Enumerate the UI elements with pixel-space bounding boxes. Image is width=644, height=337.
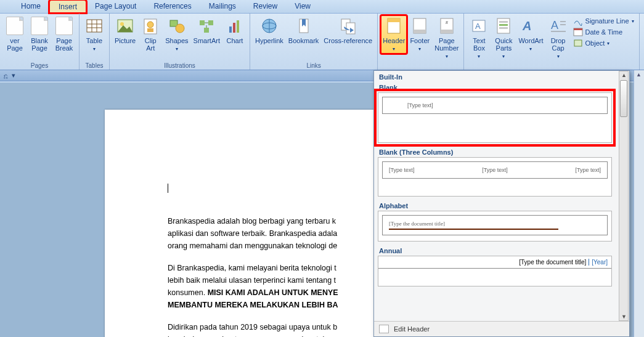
gallery-section-builtin: Built-In: [378, 71, 627, 82]
tab-home[interactable]: Home: [12, 0, 49, 13]
svg-rect-37: [499, 24, 508, 26]
edit-header-icon: [379, 325, 389, 333]
group-tables: Table Tables: [79, 14, 110, 70]
footer-button[interactable]: Footer: [407, 15, 432, 54]
svg-text:#: #: [446, 20, 448, 25]
clip-art-button[interactable]: Clip Art: [138, 15, 163, 53]
text-box-button[interactable]: AText Box: [467, 15, 491, 62]
tab-references[interactable]: References: [145, 0, 200, 13]
header-button[interactable]: Header: [380, 15, 407, 54]
svg-rect-46: [574, 40, 582, 46]
svg-rect-18: [233, 23, 235, 33]
svg-rect-38: [499, 27, 508, 29]
svg-text:A: A: [475, 22, 481, 31]
cross-reference-button[interactable]: Cross-reference: [321, 15, 375, 46]
svg-point-8: [147, 22, 153, 28]
svg-text:A: A: [522, 19, 531, 33]
text-cursor: [168, 184, 168, 193]
bookmark-button[interactable]: Bookmark: [286, 15, 322, 46]
svg-rect-9: [147, 28, 153, 32]
blank-page-button[interactable]: Blank Page: [27, 15, 52, 53]
cover-page-button[interactable]: ver Page: [2, 15, 27, 53]
main-scrollbar[interactable]: ▲: [634, 70, 644, 337]
group-hf-label: [380, 68, 461, 69]
object-button[interactable]: Object ▾: [573, 38, 634, 48]
group-text-label: [467, 68, 636, 69]
drop-cap-button[interactable]: ADrop Cap: [546, 15, 571, 62]
tab-mailings[interactable]: Mailings: [200, 0, 245, 13]
page-break-button[interactable]: Page Break: [52, 15, 76, 53]
tab-view[interactable]: View: [286, 0, 319, 13]
svg-rect-12: [200, 20, 205, 25]
svg-rect-45: [574, 28, 582, 30]
svg-rect-17: [229, 26, 232, 33]
gallery-item-alphabet-title: Alphabet: [378, 200, 627, 211]
svg-rect-14: [204, 28, 209, 33]
ribbon-tabs: Home Insert Page Layout References Maili…: [0, 0, 644, 14]
svg-rect-32: [441, 30, 453, 33]
group-text: AText Box Quick Parts AWordArt ADrop Cap…: [463, 14, 639, 70]
gallery-item-annual-title: Annual: [378, 245, 627, 256]
tab-insert[interactable]: Insert: [49, 0, 86, 13]
gallery-item-alphabet[interactable]: [Type the document title]: [378, 211, 612, 242]
svg-rect-0: [87, 20, 102, 32]
quick-parts-button[interactable]: Quick Parts: [491, 15, 516, 62]
shapes-button[interactable]: Shapes: [163, 15, 190, 54]
gallery-scrollbar[interactable]: ▲ ▼: [619, 71, 629, 321]
group-illustrations: Picture Clip Art Shapes SmartArt Chart I…: [110, 14, 250, 70]
svg-rect-13: [208, 20, 213, 25]
tab-page-layout[interactable]: Page Layout: [86, 0, 145, 13]
page-number-button[interactable]: #Page Number: [432, 15, 461, 62]
tab-review[interactable]: Review: [245, 0, 286, 13]
gallery-item-blank[interactable]: [Type text]: [378, 92, 612, 143]
group-header-footer: Header Footer #Page Number: [378, 14, 463, 70]
group-illustrations-label: Illustrations: [112, 61, 247, 69]
group-links: Hyperlink Bookmark Cross-reference Links: [250, 14, 378, 70]
date-time-button[interactable]: Date & Time: [573, 27, 634, 37]
group-pages: ver Page Blank Page Page Break Pages: [0, 14, 79, 70]
text-small-buttons: Signature Line ▾ Date & Time Object ▾: [571, 15, 637, 49]
svg-rect-29: [414, 30, 426, 33]
svg-rect-36: [499, 21, 508, 23]
qb-icon2[interactable]: ▾: [12, 71, 15, 79]
wordart-button[interactable]: AWordArt: [516, 15, 545, 54]
group-pages-label: Pages: [2, 61, 76, 69]
chart-button[interactable]: Chart: [222, 15, 247, 46]
scrollbar-thumb[interactable]: [620, 80, 627, 117]
ribbon: ver Page Blank Page Page Break Pages Tab…: [0, 14, 644, 70]
svg-rect-27: [388, 18, 400, 22]
qb-icon[interactable]: ⎌: [4, 72, 8, 79]
group-links-label: Links: [253, 61, 375, 69]
gallery-item-blank-title: Blank: [378, 82, 627, 92]
gallery-item-three-title: Blank (Three Columns): [378, 147, 627, 157]
gallery-item-three-columns[interactable]: [Type text][Type text][Type text]: [378, 157, 612, 197]
smartart-button[interactable]: SmartArt: [191, 15, 222, 46]
signature-line-button[interactable]: Signature Line ▾: [573, 16, 634, 26]
gallery-item-annual[interactable]: [Type the document title][Year]: [378, 256, 612, 286]
hyperlink-button[interactable]: Hyperlink: [253, 15, 286, 46]
svg-text:A: A: [551, 19, 558, 31]
gallery-edit-header[interactable]: Edit Header: [374, 321, 629, 336]
svg-point-6: [120, 22, 124, 26]
svg-point-11: [176, 24, 184, 33]
svg-rect-19: [237, 20, 239, 33]
picture-button[interactable]: Picture: [112, 15, 138, 46]
group-tables-label: Tables: [82, 61, 107, 69]
table-button[interactable]: Table: [82, 15, 107, 54]
header-gallery: Built-In Blank [Type text] Blank (Three …: [373, 70, 630, 337]
